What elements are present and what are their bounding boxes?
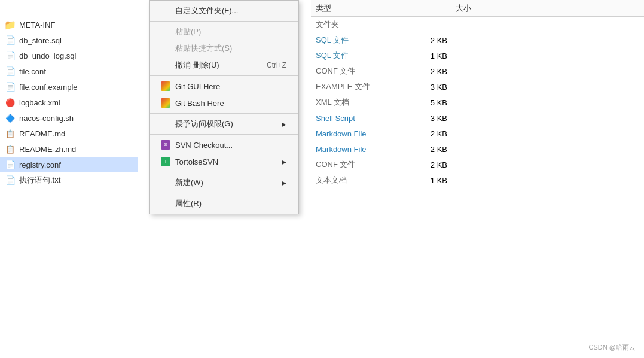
file-icon: 📄 [5, 175, 16, 186]
menu-item-git-gui[interactable]: Git GUI Here [150, 78, 298, 95]
context-menu: 自定义文件夹(F)... 粘贴(P) 粘贴快捷方式(S) 撤消 删除(U) Ct… [149, 0, 299, 214]
list-item[interactable]: 📄 file.conf.example [0, 79, 138, 95]
right-list-item: CONF 文件 2 KB [311, 157, 644, 172]
size-col-header: 大小 [423, 3, 471, 14]
list-item[interactable]: 📄 执行语句.txt [0, 172, 138, 188]
watermark: CSDN @哈雨云 [589, 343, 636, 352]
menu-item-label: 授予访问权限(G) [175, 119, 233, 129]
menu-item-label: 属性(R) [175, 198, 202, 209]
list-item[interactable]: 📄 registry.conf [0, 157, 138, 172]
file-size: 3 KB [411, 114, 459, 123]
file-name: db_store.sql [19, 36, 62, 45]
file-name: nacos-config.sh [19, 114, 74, 123]
file-type: SQL 文件 [316, 35, 411, 45]
file-type: Shell Script [316, 114, 411, 123]
properties-icon [160, 198, 172, 210]
menu-item-tortoise-svn[interactable]: T TortoiseSVN ▶ [150, 153, 298, 170]
undo-icon [160, 59, 172, 71]
custom-folder-icon [160, 5, 172, 17]
menu-item-custom-folder[interactable]: 自定义文件夹(F)... [150, 2, 298, 19]
file-size: 1 KB [411, 176, 459, 185]
file-name: META-INF [19, 20, 55, 29]
type-col-header: 类型 [316, 3, 423, 14]
file-name: 执行语句.txt [19, 175, 60, 186]
menu-separator [150, 21, 298, 22]
list-item[interactable]: 📁 META-INF [0, 17, 138, 32]
file-name: README.md [19, 129, 65, 138]
file-name: file.conf [19, 67, 46, 76]
new-icon [160, 177, 172, 189]
right-column-header: 类型 大小 [311, 0, 644, 17]
grant-access-icon [160, 118, 172, 130]
file-icon: 📄 [5, 159, 16, 170]
list-item[interactable]: 🔷 nacos-config.sh [0, 110, 138, 126]
menu-item-label: 撤消 删除(U) [175, 60, 219, 71]
menu-item-label: 自定义文件夹(F)... [175, 5, 238, 16]
menu-separator [150, 113, 298, 114]
right-list-item: CONF 文件 2 KB [311, 63, 644, 79]
md-icon: 📋 [5, 128, 16, 139]
file-type: EXAMPLE 文件 [316, 81, 411, 92]
menu-item-git-bash[interactable]: Git Bash Here [150, 95, 298, 111]
menu-item-paste[interactable]: 粘贴(P) [150, 23, 298, 40]
file-size: 5 KB [411, 98, 459, 107]
submenu-arrow-icon: ▶ [282, 180, 286, 186]
file-type: Markdown File [316, 129, 411, 138]
menu-separator [150, 172, 298, 172]
menu-item-properties[interactable]: 属性(R) [150, 195, 298, 212]
list-item[interactable]: 📄 file.conf [0, 63, 138, 79]
file-icon: 📄 [5, 50, 16, 61]
menu-item-undo-delete[interactable]: 撤消 删除(U) Ctrl+Z [150, 57, 298, 74]
submenu-arrow-icon: ▶ [282, 159, 286, 165]
sh-icon: 🔷 [5, 113, 16, 123]
right-list-item: XML 文档 5 KB [311, 95, 644, 110]
file-name: README-zh.md [19, 145, 76, 154]
list-item[interactable]: 📄 db_store.sql [0, 32, 138, 48]
md-icon: 📋 [5, 144, 16, 154]
git-gui-icon [160, 80, 172, 92]
file-size: 2 KB [411, 67, 459, 76]
file-size: 3 KB [411, 83, 459, 92]
menu-item-label: 新建(W) [175, 177, 203, 188]
list-item[interactable]: 📋 README-zh.md [0, 141, 138, 157]
menu-item-grant-access[interactable]: 授予访问权限(G) ▶ [150, 116, 298, 132]
file-icon: 📄 [5, 35, 16, 45]
menu-item-label: Git Bash Here [175, 99, 224, 108]
tortoise-svn-icon: T [160, 156, 172, 168]
submenu-arrow-icon: ▶ [282, 121, 286, 128]
list-item[interactable]: 📋 README.md [0, 126, 138, 141]
menu-item-label: 粘贴(P) [175, 26, 201, 37]
file-size: 2 KB [411, 145, 459, 154]
paste-icon [160, 26, 172, 38]
file-icon: 📄 [5, 81, 16, 92]
file-type: SQL 文件 [316, 50, 411, 61]
menu-item-label: TortoiseSVN [175, 157, 218, 166]
menu-separator [150, 193, 298, 193]
menu-item-label: 粘贴快捷方式(S) [175, 43, 232, 54]
right-list-item: SQL 文件 2 KB [311, 32, 644, 48]
menu-item-svn-checkout[interactable]: S SVN Checkout... [150, 136, 298, 153]
list-item[interactable]: 🔴 logback.xml [0, 95, 138, 110]
menu-item-label: SVN Checkout... [175, 141, 233, 150]
list-item[interactable]: 📄 db_undo_log.sql [0, 48, 138, 63]
menu-item-shortcut: Ctrl+Z [267, 61, 286, 69]
file-type: XML 文档 [316, 97, 411, 108]
file-type: 文件夹 [316, 19, 411, 30]
file-size: 1 KB [411, 51, 459, 60]
right-file-list: 文件夹 SQL 文件 2 KB SQL 文件 1 KB CONF 文件 2 KB… [311, 17, 644, 188]
paste-shortcut-icon [160, 43, 172, 54]
file-size: 2 KB [411, 129, 459, 138]
right-list-item: Markdown File 2 KB [311, 126, 644, 141]
menu-item-paste-shortcut[interactable]: 粘贴快捷方式(S) [150, 40, 298, 57]
git-bash-icon [160, 97, 172, 109]
right-list-item: Shell Script 3 KB [311, 110, 644, 126]
menu-separator [150, 75, 298, 76]
right-list-item: 文件夹 [311, 17, 644, 32]
folder-icon: 📁 [5, 19, 16, 30]
file-name: file.conf.example [19, 83, 78, 92]
file-name: registry.conf [19, 160, 61, 169]
file-type: 文本文档 [316, 175, 411, 186]
menu-separator [150, 134, 298, 135]
file-type: CONF 文件 [316, 66, 411, 77]
menu-item-new[interactable]: 新建(W) ▶ [150, 174, 298, 191]
